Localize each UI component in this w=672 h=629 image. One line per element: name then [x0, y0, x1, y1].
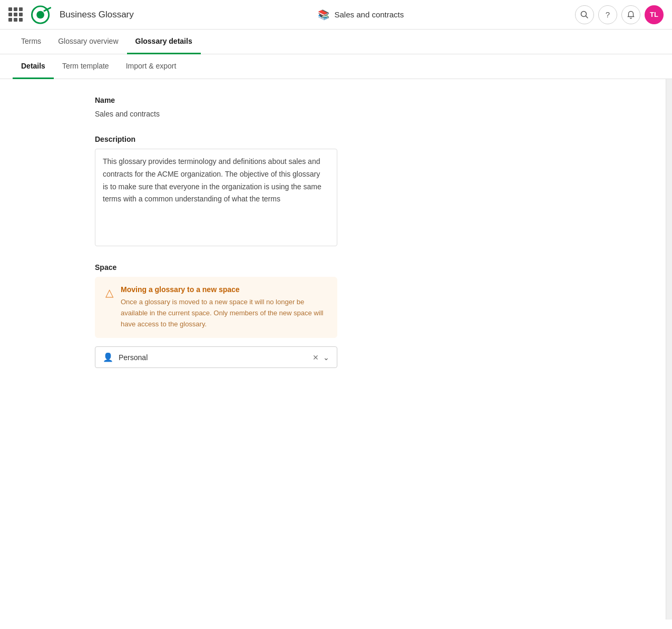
qlik-logo	[31, 5, 54, 24]
space-clear-button[interactable]: ✕	[313, 353, 319, 362]
grid-menu-icon[interactable]	[8, 7, 23, 22]
space-selected-value: Personal	[119, 353, 307, 362]
nav-glossary-overview[interactable]: Glossary overview	[50, 30, 126, 54]
right-scrollbar[interactable]	[666, 79, 672, 620]
warning-box: △ Moving a glossary to a new space Once …	[95, 277, 337, 338]
name-value: Sales and contracts	[95, 110, 571, 118]
tab-term-template[interactable]: Term template	[54, 54, 118, 79]
description-box[interactable]: This glossary provides terminology and d…	[95, 149, 337, 246]
bell-icon	[627, 11, 635, 19]
top-header: Business Glossary 📚 Sales and contracts …	[0, 0, 672, 30]
warning-triangle-icon: △	[105, 286, 113, 299]
space-chevron-down-icon[interactable]: ⌄	[323, 353, 329, 362]
main-layout: Name Sales and contracts Description Thi…	[0, 79, 672, 620]
content-area: Name Sales and contracts Description Thi…	[0, 79, 666, 620]
nav-glossary-details[interactable]: Glossary details	[127, 30, 201, 54]
header-glossary-name: Sales and contracts	[335, 10, 404, 19]
description-field-group: Description This glossary provides termi…	[95, 135, 571, 246]
search-icon	[580, 11, 589, 19]
name-label: Name	[95, 96, 571, 104]
svg-point-1	[36, 11, 44, 18]
tab-import-export[interactable]: Import & export	[118, 54, 185, 79]
secondary-nav: Details Term template Import & export	[0, 54, 672, 79]
person-icon: 👤	[103, 352, 113, 362]
primary-nav: Terms Glossary overview Glossary details	[0, 30, 672, 54]
warning-title: Moving a glossary to a new space	[121, 285, 327, 294]
warning-body: Once a glossary is moved to a new space …	[121, 297, 327, 330]
warning-content: Moving a glossary to a new space Once a …	[121, 285, 327, 330]
space-label: Space	[95, 263, 571, 272]
user-avatar[interactable]: TL	[645, 5, 664, 24]
tab-details[interactable]: Details	[13, 54, 54, 79]
space-field-group: Space △ Moving a glossary to a new space…	[95, 263, 571, 368]
space-dropdown-actions: ✕ ⌄	[313, 353, 329, 362]
help-icon: ?	[606, 10, 610, 19]
nav-terms[interactable]: Terms	[13, 30, 50, 54]
search-button[interactable]	[575, 5, 594, 24]
svg-line-4	[586, 16, 588, 18]
description-label: Description	[95, 135, 571, 143]
header-center: 📚 Sales and contracts	[147, 9, 575, 21]
name-field-group: Name Sales and contracts	[95, 96, 571, 118]
notifications-button[interactable]	[621, 5, 640, 24]
glossary-book-icon: 📚	[318, 9, 329, 21]
description-text: This glossary provides terminology and d…	[95, 149, 337, 246]
app-title: Business Glossary	[60, 9, 134, 20]
logo-area: Business Glossary	[31, 5, 134, 24]
header-icons: ? TL	[575, 5, 664, 24]
help-button[interactable]: ?	[598, 5, 617, 24]
space-dropdown[interactable]: 👤 Personal ✕ ⌄	[95, 346, 337, 368]
